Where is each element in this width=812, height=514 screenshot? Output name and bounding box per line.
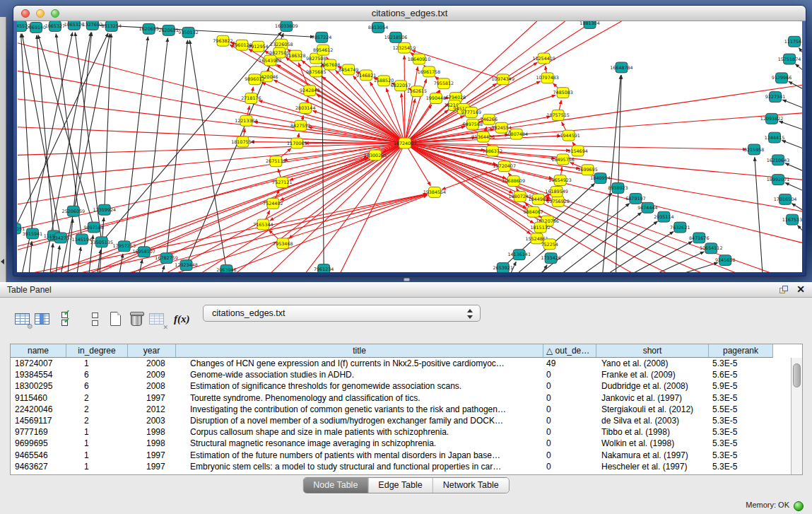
network-node[interactable]: 7632621: [670, 222, 690, 233]
network-node[interactable]: 1065327: [45, 21, 65, 31]
network-node[interactable]: 752254: [541, 239, 558, 250]
column-header-name[interactable]: name: [11, 344, 66, 358]
network-node[interactable]: 9350132: [178, 27, 198, 37]
network-node[interactable]: 9227341: [765, 92, 785, 103]
collapse-panel-arrow-icon[interactable]: [1, 259, 4, 264]
network-node[interactable]: 1990448: [426, 93, 446, 104]
table-row[interactable]: 946362711997Embryonic stem cells: a mode…: [11, 461, 781, 472]
network-node[interactable]: 9875685: [306, 66, 326, 77]
network-node[interactable]: 1244415: [765, 132, 784, 143]
table-row[interactable]: 1872400712008Changes of HCN gene express…: [11, 358, 781, 369]
split-pane-handle[interactable]: [404, 278, 410, 281]
network-node[interactable]: 1065326: [64, 21, 84, 30]
svg-text:2718176: 2718176: [241, 95, 261, 100]
window-title: citations_edges.txt: [13, 8, 806, 18]
network-node[interactable]: 17359924: [93, 204, 116, 215]
table-row[interactable]: 911546021997Tourette syndrome. Phenomeno…: [11, 392, 781, 404]
column-header-short[interactable]: short: [596, 344, 709, 358]
table-scrollbar[interactable]: [791, 358, 802, 474]
table-row[interactable]: 1830029562008Estimation of significance …: [11, 380, 781, 392]
network-node[interactable]: 7524402: [263, 198, 283, 209]
column-header-pagerank[interactable]: pagerank: [709, 344, 773, 358]
table-row[interactable]: 1938455462009Genome-wide association stu…: [11, 369, 781, 380]
tab-edge-table[interactable]: Edge Table: [368, 478, 433, 493]
network-node[interactable]: 12923448: [175, 260, 197, 271]
network-node[interactable]: 8813054: [368, 22, 388, 33]
network-node[interactable]: 14136141: [507, 250, 530, 260]
select-rows-icon[interactable]: ✓✓: [59, 310, 78, 329]
network-node[interactable]: 11254419: [532, 53, 555, 64]
network-node[interactable]: 16033809: [275, 21, 298, 31]
column-header-out_de[interactable]: △ out_de…: [543, 344, 596, 358]
network-node[interactable]: 746266: [481, 114, 498, 124]
network-node[interactable]: 16958107: [132, 247, 155, 257]
network-node[interactable]: 18107554: [231, 136, 254, 147]
network-node[interactable]: 8215958: [744, 144, 764, 155]
network-node[interactable]: 1327602: [83, 21, 102, 30]
scrollbar-thumb[interactable]: [793, 363, 801, 387]
network-node[interactable]: 7953468: [273, 238, 293, 249]
float-panel-icon[interactable]: [779, 286, 788, 294]
network-node[interactable]: 16648784: [610, 62, 632, 73]
network-node[interactable]: 7961234: [314, 264, 334, 272]
network-node[interactable]: 18757515: [546, 110, 569, 120]
table-panel-header[interactable]: Table Panel ✕: [0, 282, 812, 298]
svg-text:7527121: 7527121: [272, 180, 292, 185]
new-file-icon[interactable]: [107, 310, 126, 329]
network-node[interactable]: 19384554: [423, 187, 446, 198]
svg-text:2967608: 2967608: [320, 62, 340, 67]
network-canvas[interactable]: 7963822896012889129542322605898275051654…: [17, 21, 802, 272]
network-node[interactable]: 1733426: [541, 253, 560, 264]
panel-layout-icon[interactable]: [86, 310, 105, 329]
tab-network-table[interactable]: Network Table: [433, 478, 509, 493]
close-panel-icon[interactable]: ✕: [796, 284, 805, 295]
network-node[interactable]: 3915941: [23, 228, 42, 239]
network-node[interactable]: 2063946: [216, 265, 236, 272]
network-node[interactable]: 7857224: [312, 32, 331, 42]
network-node[interactable]: 7485083: [553, 88, 572, 98]
show-columns-icon[interactable]: [33, 310, 52, 329]
column-header-year[interactable]: year: [128, 344, 176, 358]
network-node[interactable]: 19756928: [546, 196, 569, 206]
network-node[interactable]: 16961758: [418, 66, 440, 77]
network-node[interactable]: 9245658: [715, 255, 735, 266]
network-node[interactable]: 15751874: [778, 54, 801, 64]
table-row[interactable]: 2242004622012Investigating the contribut…: [11, 404, 781, 415]
network-node[interactable]: 1881304: [579, 21, 599, 28]
network-node[interactable]: 7955812: [434, 78, 454, 89]
table-settings-icon[interactable]: ⚙: [13, 310, 32, 329]
network-node[interactable]: 8313254: [102, 21, 122, 31]
network-node[interactable]: 1145194: [72, 234, 92, 245]
table-selector-dropdown[interactable]: citations_edges.txt: [203, 305, 481, 322]
network-node[interactable]: 19218506: [384, 32, 407, 42]
network-node[interactable]: 11944591: [557, 130, 579, 141]
network-node[interactable]: 12325419: [393, 42, 416, 53]
table-row[interactable]: 946554611997Estimation of the future num…: [11, 450, 781, 461]
network-node[interactable]: 1620653: [139, 23, 158, 34]
tab-node-table[interactable]: Node Table: [303, 478, 368, 493]
network-node[interactable]: 9154694: [567, 146, 587, 156]
citation-network-graph[interactable]: 7963822896012889129542322605898275051654…: [17, 21, 802, 272]
table-row[interactable]: 977716911998Corpus callosum shape and si…: [11, 426, 781, 438]
network-node[interactable]: 1117543: [784, 36, 802, 47]
network-node[interactable]: 2620651: [158, 25, 178, 35]
network-node[interactable]: 17016504: [774, 194, 796, 204]
network-view-window[interactable]: citations_edges.txt 79638228960128891295…: [13, 5, 806, 276]
network-node[interactable]: 2935114: [654, 211, 673, 222]
function-icon[interactable]: f(x): [174, 310, 192, 329]
column-header-in_degree[interactable]: in_degree: [66, 344, 128, 358]
network-node[interactable]: 13505135: [90, 237, 113, 247]
window-titlebar[interactable]: citations_edges.txt: [13, 6, 806, 21]
network-node[interactable]: 1167533: [782, 214, 802, 225]
network-node[interactable]: 2675139: [266, 156, 286, 167]
network-node[interactable]: 2718176: [241, 93, 261, 104]
column-header-title[interactable]: title: [176, 344, 543, 358]
memory-status-indicator[interactable]: [794, 501, 804, 511]
network-node[interactable]: 2653921: [493, 263, 513, 272]
network-node[interactable]: 6879197: [625, 193, 645, 204]
table-row[interactable]: 1456911722003Disruption of a novel membe…: [11, 415, 781, 426]
delete-icon[interactable]: [128, 310, 146, 329]
network-node[interactable]: 9474444: [637, 202, 657, 213]
table-cell: Disruption of a novel member of a sodium…: [190, 415, 543, 426]
table-row[interactable]: 969969511998Structural magnetic resonanc…: [11, 438, 781, 449]
